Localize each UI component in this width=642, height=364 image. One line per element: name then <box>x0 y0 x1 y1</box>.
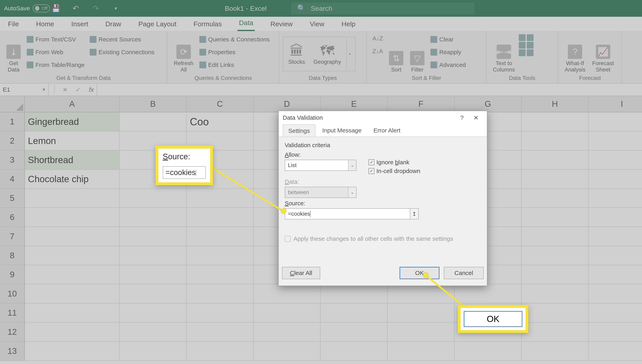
relationships-icon[interactable] <box>527 42 534 48</box>
cell-F13[interactable] <box>388 342 455 361</box>
autosave-control[interactable]: AutoSave Off <box>0 4 50 12</box>
cancel-button[interactable]: Cancel <box>444 267 484 279</box>
sort-button[interactable]: ⇅Sort <box>386 33 406 73</box>
row-header-9[interactable]: 9 <box>0 265 25 284</box>
namebox-dropdown-icon[interactable]: ▼ <box>42 88 46 92</box>
cell-B1[interactable] <box>120 112 187 132</box>
cell-I9[interactable] <box>589 265 642 284</box>
cell-A13[interactable] <box>25 342 120 361</box>
row-header-2[interactable]: 2 <box>0 132 25 150</box>
cell-I10[interactable] <box>589 284 642 304</box>
cell-H12[interactable] <box>522 322 589 342</box>
dialog-tab-settings[interactable]: Settings <box>283 124 315 136</box>
cell-A12[interactable] <box>25 322 120 342</box>
cell-C13[interactable] <box>187 342 254 361</box>
row-header-5[interactable]: 5 <box>0 189 25 208</box>
ok-button[interactable]: OK <box>399 267 440 279</box>
cell-F11[interactable] <box>388 304 455 322</box>
cell-D11[interactable] <box>254 304 321 322</box>
from-text-csv-button[interactable]: From Text/CSV <box>25 33 87 46</box>
cell-H8[interactable] <box>522 246 589 265</box>
dialog-tab-input-message[interactable]: Input Message <box>317 124 367 136</box>
name-box[interactable]: E1 ▼ <box>0 84 49 96</box>
cell-B7[interactable] <box>120 227 187 246</box>
enter-formula-icon[interactable]: ✓ <box>76 86 81 93</box>
data-model-icon[interactable] <box>527 50 534 56</box>
cell-H7[interactable] <box>522 227 589 246</box>
edit-links-button[interactable]: Edit Links <box>197 58 272 71</box>
row-header-4[interactable]: 4 <box>0 170 25 189</box>
from-web-button[interactable]: From Web <box>25 46 87 58</box>
cell-I7[interactable] <box>589 227 642 246</box>
whatif-button[interactable]: ?What-If Analysis <box>562 33 588 73</box>
flash-fill-icon[interactable] <box>519 34 526 41</box>
cell-H3[interactable] <box>522 150 589 170</box>
fx-label[interactable]: fx <box>86 84 97 96</box>
cell-I11[interactable] <box>589 304 642 322</box>
save-icon[interactable]: 💾 <box>50 2 62 14</box>
cell-G10[interactable] <box>455 284 522 304</box>
text-to-columns-button[interactable]: ⇤⇥Text to Columns <box>490 33 518 73</box>
clear-all-button[interactable]: Clear All <box>282 267 320 279</box>
qat-dropdown-icon[interactable]: ▾ <box>110 2 122 14</box>
cell-H4[interactable] <box>522 170 589 189</box>
cell-C7[interactable] <box>187 227 254 246</box>
tab-data[interactable]: Data <box>238 16 255 31</box>
cell-A10[interactable] <box>25 284 120 304</box>
row-header-7[interactable]: 7 <box>0 227 25 246</box>
cell-A6[interactable] <box>25 208 120 227</box>
row-header-13[interactable]: 13 <box>0 342 25 361</box>
column-header-B[interactable]: B <box>120 96 187 112</box>
cell-B8[interactable] <box>120 246 187 265</box>
tab-formulas[interactable]: Formulas <box>192 17 224 31</box>
cell-H2[interactable] <box>522 132 589 150</box>
cell-I1[interactable] <box>589 112 642 132</box>
ignore-blank-checkbox[interactable]: ✓Ignore blank <box>368 159 420 166</box>
tab-review[interactable]: Review <box>269 17 294 31</box>
cell-B9[interactable] <box>120 265 187 284</box>
cancel-formula-icon[interactable]: ✕ <box>63 86 68 93</box>
data-validation-icon[interactable] <box>519 50 526 56</box>
cell-A3[interactable]: Shortbread <box>25 150 120 170</box>
consolidate-icon[interactable] <box>527 34 534 41</box>
source-input[interactable]: =cookies <box>285 208 410 220</box>
advanced-button[interactable]: Advanced <box>429 58 468 71</box>
row-header-3[interactable]: 3 <box>0 150 25 170</box>
cell-I6[interactable] <box>589 208 642 227</box>
cell-H10[interactable] <box>522 284 589 304</box>
dialog-titlebar[interactable]: Data Validation ? ✕ <box>279 111 487 124</box>
column-header-G[interactable]: G <box>455 96 522 112</box>
tab-insert[interactable]: Insert <box>70 17 90 31</box>
cell-G13[interactable] <box>455 342 522 361</box>
remove-duplicates-icon[interactable] <box>519 42 526 48</box>
column-header-H[interactable]: H <box>522 96 589 112</box>
sort-asc-icon[interactable]: A↓Z <box>372 35 383 42</box>
row-header-1[interactable]: 1 <box>0 112 25 132</box>
row-header-12[interactable]: 12 <box>0 322 25 342</box>
formula-input[interactable] <box>97 84 642 96</box>
row-header-10[interactable]: 10 <box>0 284 25 304</box>
cell-A1[interactable]: Gingerbread <box>25 112 120 132</box>
cell-E10[interactable] <box>321 284 388 304</box>
dialog-close-button[interactable]: ✕ <box>469 113 483 122</box>
cell-B5[interactable] <box>120 189 187 208</box>
allow-select[interactable]: List ⌄ <box>285 160 356 171</box>
cell-I5[interactable] <box>589 189 642 208</box>
cell-A8[interactable] <box>25 246 120 265</box>
stocks-button[interactable]: 🏛Stocks <box>285 42 308 66</box>
cell-C1[interactable]: Coo <box>187 112 254 132</box>
get-data-button[interactable]: ⤓ Get Data <box>4 33 24 73</box>
cell-I12[interactable] <box>589 322 642 342</box>
column-header-F[interactable]: F <box>388 96 455 112</box>
cell-B12[interactable] <box>120 322 187 342</box>
datatypes-dropdown-icon[interactable]: ▾ <box>346 38 353 70</box>
cell-I4[interactable] <box>589 170 642 189</box>
cell-H9[interactable] <box>522 265 589 284</box>
queries-conn-button[interactable]: Queries & Connections <box>197 33 272 46</box>
data-types-gallery[interactable]: 🏛Stocks 🗺Geography ▾ <box>283 37 355 71</box>
redo-icon[interactable]: ↷ <box>90 2 102 14</box>
tab-home[interactable]: Home <box>35 17 56 31</box>
cell-I3[interactable] <box>589 150 642 170</box>
undo-icon[interactable]: ↶ <box>70 2 82 14</box>
cell-C10[interactable] <box>187 284 254 304</box>
